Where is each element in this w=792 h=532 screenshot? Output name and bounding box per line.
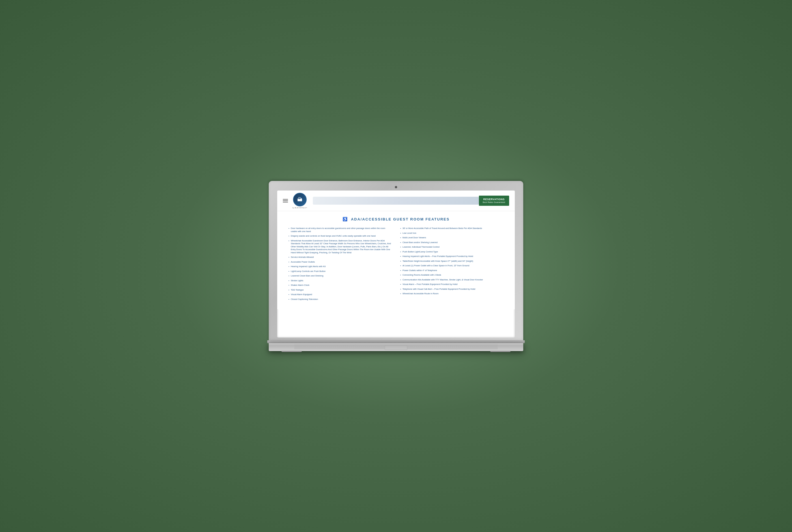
nav-background [313, 197, 479, 205]
features-grid: Door hardware on all entry doors to acce… [289, 227, 503, 301]
list-item: Visual Alarm – Free Portable Equipment P… [400, 283, 503, 286]
list-item: Door hardware on all entry doors to acce… [289, 227, 392, 233]
list-item: Wheelchair Accessible Guestroom Door Ent… [289, 240, 392, 254]
page-title-section: ♿ ADA/ACCESSIBLE GUEST ROOM FEATURES [289, 217, 503, 221]
list-item: Closed Captioning Television [289, 298, 392, 301]
foot-left [281, 351, 302, 352]
list-item: Hearing Impaired Light Alerts – Free Por… [400, 255, 503, 258]
main-content: ♿ ADA/ACCESSIBLE GUEST ROOM FEATURES Doo… [277, 211, 515, 309]
reservations-label: RESERVATIONS [483, 198, 505, 201]
site-header: 🏔 by BLIM HOTELS™ RESERVATIONS Best Rate… [277, 191, 515, 211]
laptop-camera [395, 186, 397, 188]
list-item: Strobe Lights [289, 279, 392, 282]
list-item: Shaker Alarm Clock [289, 284, 392, 287]
list-item: Accessible Power Outlets [289, 261, 392, 264]
list-item: Drapery wands and controls on fixed lamp… [289, 235, 392, 238]
foot-right [490, 351, 511, 352]
right-column: 36' or More Accessible Path of Travel Ar… [400, 227, 503, 301]
list-item: Multi-Level Door Viewers [400, 236, 503, 240]
ada-icon: ♿ [343, 217, 348, 221]
laptop-hinge [267, 340, 525, 343]
list-item: Light/Lamp Controls are Push Button [289, 270, 392, 273]
list-item: Lowered Closet Bars and Shelving [289, 274, 392, 278]
logo: 🏔 [293, 193, 307, 206]
hamburger-menu[interactable] [283, 199, 288, 203]
page-title: ♿ ADA/ACCESSIBLE GUEST ROOM FEATURES [289, 217, 503, 221]
list-item: Hearing Impaired Light Alerts with Kit [289, 265, 392, 268]
list-item: Table/Desk Height Accessible with Knee S… [400, 260, 503, 263]
list-item: At Least (1) Power Outlet with a Clear S… [400, 264, 503, 267]
list-item: Low Level Iron [400, 232, 503, 235]
touchpad [385, 345, 407, 350]
laptop-container: 🏔 by BLIM HOTELS™ RESERVATIONS Best Rate… [269, 181, 523, 351]
laptop-screen: 🏔 by BLIM HOTELS™ RESERVATIONS Best Rate… [277, 191, 515, 338]
reservations-button[interactable]: RESERVATIONS Best Rates Guaranteed [479, 196, 509, 206]
list-item: Closet Bars and/or Shelving Lowered [400, 241, 503, 244]
reservations-sub: Best Rates Guaranteed [483, 201, 505, 204]
header-nav [313, 197, 479, 205]
laptop-base [269, 343, 523, 351]
list-item: Visual Alarm Equipped [289, 293, 392, 296]
list-item: 36' or More Accessible Path of Travel Ar… [400, 227, 503, 230]
list-item: Push Button Light/Lamp Control-Type [400, 250, 503, 253]
left-column: Door hardware on all entry doors to acce… [289, 227, 392, 301]
logo-subtitle: by BLIM HOTELS™ [293, 207, 307, 209]
screen-bezel: 🏔 by BLIM HOTELS™ RESERVATIONS Best Rate… [269, 181, 523, 340]
list-item: Telephone with Visual Call Alert – Free … [400, 288, 503, 291]
logo-container: 🏔 by BLIM HOTELS™ [293, 193, 307, 209]
list-item: Lowered, Individual Thermostat Control [400, 246, 503, 249]
list-item: Connecting Rooms Available with 2 Beds [400, 273, 503, 277]
list-item: Service Animals Allowed [289, 256, 392, 259]
list-item: Communication Kits Available with TTY Ma… [400, 279, 503, 282]
list-item: Wheelchair Accessible Route in Room [400, 292, 503, 296]
list-item: TDD Teletype [289, 289, 392, 292]
logo-icon: 🏔 [297, 197, 302, 203]
list-item: Power Outlets within 4" of Telephone [400, 269, 503, 272]
